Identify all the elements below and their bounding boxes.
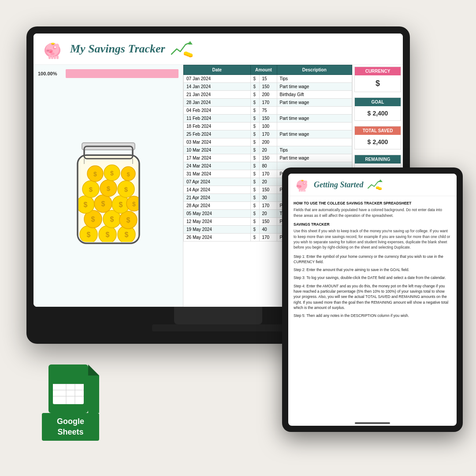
- cell-amount: 150: [259, 154, 277, 162]
- monitor-stand: [174, 307, 262, 324]
- cell-amount: 40: [259, 226, 277, 234]
- table-row: 17 Mar 2024 $ 150 Part time wage: [184, 154, 352, 162]
- sheet-title: My Savings Tracker: [70, 42, 165, 56]
- goal-box: GOAL $ 2,400: [354, 97, 401, 121]
- cell-amount: 20: [259, 210, 277, 218]
- cell-dollar: $: [250, 123, 259, 130]
- cell-amount: 170: [259, 170, 277, 178]
- cell-amount: 20: [259, 178, 277, 186]
- svg-point-16: [47, 50, 48, 51]
- cell-amount: 200: [259, 138, 277, 146]
- table-row: 18 Feb 2024 $ 100: [184, 123, 352, 130]
- cell-date: 26 May 2024: [184, 234, 251, 242]
- cell-date: 05 May 2024: [184, 210, 251, 218]
- svg-point-78: [297, 186, 298, 186]
- cell-date: 12 May 2024: [184, 218, 251, 226]
- tablet-title: Getting Started: [314, 180, 364, 190]
- cell-desc: Part time wage: [277, 154, 352, 162]
- left-panel: 100.00%: [33, 65, 183, 307]
- google-sheets-label: Google Sheets: [42, 413, 99, 441]
- cell-amount: 170: [259, 202, 277, 210]
- total-saved-header: TOTAL SAVED: [355, 126, 401, 135]
- svg-text:$: $: [105, 231, 109, 238]
- cell-amount: 80: [259, 162, 277, 170]
- cell-amount: 150: [259, 83, 277, 91]
- svg-rect-9: [51, 56, 53, 59]
- cell-date: 28 Jan 2024: [184, 99, 251, 107]
- cell-dollar: $: [250, 162, 259, 170]
- cell-dollar: $: [250, 130, 259, 138]
- tablet-step5: Step 5: Then add any notes in the DESCRI…: [294, 313, 451, 318]
- svg-point-17: [48, 50, 49, 51]
- sheet-header: My Savings Tracker: [33, 33, 403, 65]
- total-saved-box: TOTAL SAVED $ 2,400: [354, 126, 401, 149]
- table-row: 04 Feb 2024 $ 75: [184, 107, 352, 115]
- svg-point-77: [297, 185, 300, 187]
- svg-text:$: $: [93, 171, 97, 178]
- goal-header: GOAL: [355, 98, 401, 106]
- cell-amount: 150: [259, 218, 277, 226]
- svg-text:$: $: [106, 185, 110, 192]
- cell-date: 24 Mar 2024: [184, 162, 251, 170]
- cell-amount: 100: [259, 123, 277, 130]
- cell-dollar: $: [250, 178, 259, 186]
- tablet-savings-body: Use this sheet if you wish to keep track…: [294, 228, 451, 250]
- tablet-savings-heading: SAVINGS TRACKER: [294, 222, 451, 227]
- cell-amount: 170: [259, 234, 277, 242]
- col-header-description: Description: [277, 65, 352, 75]
- cell-date: 17 Mar 2024: [184, 154, 251, 162]
- currency-symbol: $: [355, 75, 401, 92]
- tablet-step3: Step 3: To log your savings, double-clic…: [294, 275, 451, 280]
- svg-rect-73: [299, 190, 300, 192]
- table-row: 21 Jan 2024 $ 200 Birthday Gift: [184, 91, 352, 99]
- cell-amount: 15: [259, 75, 277, 83]
- tablet-home-indicator: [355, 422, 390, 424]
- cell-date: 03 Mar 2024: [184, 138, 251, 146]
- cell-amount: 20: [259, 146, 277, 154]
- cell-date: 19 May 2024: [184, 226, 251, 234]
- svg-rect-74: [301, 190, 302, 192]
- cell-date: 04 Feb 2024: [184, 107, 251, 115]
- tablet-screen: Getting Started HOW TO USE THE COLLEGE S…: [288, 174, 457, 426]
- tablet-chart-icon: [367, 178, 383, 191]
- goal-amount: $ 2,400: [355, 106, 401, 120]
- total-saved-amount: $ 2,400: [355, 135, 401, 149]
- tablet-step2: Step 2: Enter the amount that you're aim…: [294, 267, 451, 272]
- svg-text:$: $: [124, 186, 128, 193]
- svg-point-82: [301, 180, 304, 181]
- svg-point-14: [56, 44, 59, 48]
- table-row: 28 Jan 2024 $ 170 Part time wage: [184, 99, 352, 107]
- svg-point-7: [50, 52, 55, 55]
- cell-dollar: $: [250, 83, 259, 91]
- cell-date: 28 Apr 2024: [184, 202, 251, 210]
- tablet-step1: Step 1: Enter the symbol of your home cu…: [294, 254, 451, 265]
- col-header-amount: Amount: [250, 65, 277, 75]
- cell-dollar: $: [250, 154, 259, 162]
- cell-dollar: $: [250, 202, 259, 210]
- svg-rect-75: [302, 190, 304, 192]
- cell-dollar: $: [250, 170, 259, 178]
- remaining-header: REMAINING: [355, 155, 401, 164]
- tablet-intro: Fields that are automatically populated …: [294, 207, 451, 218]
- svg-text:$: $: [86, 231, 90, 238]
- table-row: 07 Jan 2024 $ 15 Tips: [184, 75, 352, 83]
- svg-marker-91: [88, 364, 99, 376]
- cell-dollar: $: [250, 115, 259, 123]
- cell-dollar: $: [250, 218, 259, 226]
- cell-date: 21 Apr 2024: [184, 194, 251, 202]
- cell-date: 18 Feb 2024: [184, 123, 251, 130]
- tablet-main-heading: HOW TO USE THE COLLEGE SAVINGS TRACKER S…: [294, 201, 451, 206]
- cell-desc: [277, 107, 352, 115]
- table-row: 10 Mar 2024 $ 20 Tips: [184, 146, 352, 154]
- cell-amount: 75: [259, 107, 277, 115]
- cell-dollar: $: [250, 91, 259, 99]
- cell-desc: Part time wage: [277, 99, 352, 107]
- svg-point-27: [188, 53, 193, 56]
- cell-desc: [277, 138, 352, 146]
- monitor-base: [152, 324, 284, 331]
- svg-text:$: $: [91, 216, 95, 223]
- tablet-body: HOW TO USE THE COLLEGE SAVINGS TRACKER S…: [288, 196, 457, 420]
- svg-rect-99: [53, 378, 84, 384]
- currency-box: CURRENCY $: [354, 67, 401, 92]
- tablet-header: Getting Started: [288, 174, 457, 196]
